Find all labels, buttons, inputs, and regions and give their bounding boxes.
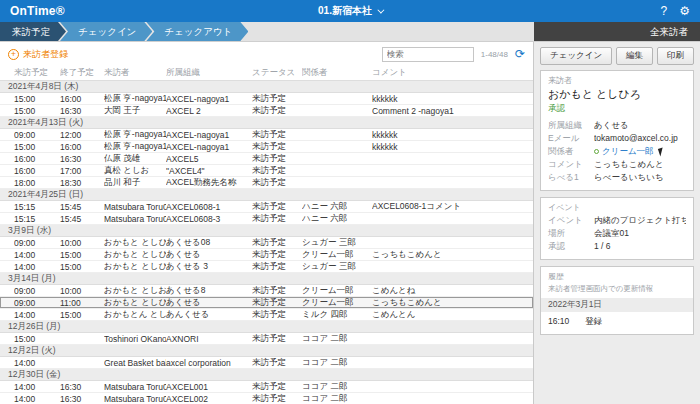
date-group-row[interactable]: 2021年4月25日 (日) (0, 189, 533, 201)
cell-org: あんくせる (166, 309, 252, 321)
related-person-link[interactable]: クリーム一郎 (594, 145, 664, 158)
table-row[interactable]: 09:0011:00おかもと としひろあくせる来訪予定クリーム一郎こっちもこめん… (0, 297, 533, 309)
result-count: 1-48/48 (481, 50, 508, 59)
cell-related: クリーム一郎 (302, 249, 372, 261)
date-group-row[interactable]: 3月9日 (水) (0, 225, 533, 237)
print-button[interactable]: 印刷 (657, 47, 694, 65)
plus-icon: + (8, 49, 19, 60)
table-row[interactable]: 14:0015:00おかもとん としんあんくせる来訪予定ミルク 四郎こめんとん (0, 309, 533, 321)
tab-visits[interactable]: 来訪予定 (0, 22, 66, 41)
cell-status: 来訪予定 (252, 309, 302, 321)
tab-checkin[interactable]: チェックイン (60, 22, 152, 41)
table-row[interactable]: 14:0016:30Matsubara Toru002AXCEL002来訪予定コ… (0, 393, 533, 404)
cell-org: あくせる8 (166, 285, 252, 297)
cell-visitor: おかもと としお (104, 285, 166, 297)
cell-end: 10:00 (60, 238, 104, 248)
date-group-row[interactable]: 3月14日 (月) (0, 273, 533, 285)
table-row[interactable]: 15:1515:45Matsubara Toru0608-3AXCEL0608-… (0, 213, 533, 225)
cell-related: ココア 二郎 (302, 357, 372, 369)
cell-status: 来訪予定 (252, 129, 302, 141)
cell-start: 14:00 (14, 394, 60, 404)
date-group-row[interactable]: 2021年4月8日 (木) (0, 81, 533, 93)
checkin-button[interactable]: チェックイン (540, 47, 612, 65)
cell-end: 10:00 (60, 286, 104, 296)
table-row[interactable]: 15:1515:45Matsubara Toru0608-1AXCEL0608-… (0, 201, 533, 213)
cell-org: あくせる (166, 249, 252, 261)
list-toolbar: + 来訪者登録 1-48/48 ⟳ (0, 42, 533, 66)
cell-comment: こっちもこめんと (372, 249, 533, 261)
cell-org: あくせる (166, 297, 252, 309)
table-row[interactable]: 14:00Great Basket ballaxcel corporation来… (0, 357, 533, 369)
chevron-down-icon (377, 7, 384, 14)
visitor-detail-box: 来訪者 おかもと としひろ 承認 所属組織あくせるEメールtokamoto@ax… (540, 70, 694, 191)
cell-related: ハニー 六郎 (302, 213, 372, 225)
cell-related: シュガー 三郎 (302, 237, 372, 249)
detail-panel: チェックイン 編集 印刷 来訪者 おかもと としひろ 承認 所属組織あくせるEメ… (534, 42, 700, 404)
edit-button[interactable]: 編集 (616, 47, 653, 65)
cell-related: シュガー 三郎 (302, 261, 372, 273)
cell-org: AXNORI (166, 334, 252, 344)
cell-org: あくせる 3 (166, 261, 252, 273)
detail-field-row: 所属組織あくせる (548, 119, 686, 132)
history-section-label: 履歴 (548, 271, 686, 282)
tab-checkout[interactable]: チェックアウト (146, 22, 248, 41)
date-group-row[interactable]: 12月26日 (月) (0, 321, 533, 333)
cell-visitor: Toshinori OKanori (104, 334, 166, 344)
cell-org: AXCEL-nagoya1 (166, 142, 252, 152)
field-label: 関係者 (548, 145, 594, 158)
table-row[interactable]: 15:0016:00松原 亨-nagoya1AXCEL-nagoya1来訪予定k… (0, 141, 533, 153)
cell-comment: AXCEL0608-1コメント (372, 201, 533, 213)
cell-end: 18:30 (60, 178, 104, 188)
cell-comment: kkkkkk (372, 94, 533, 104)
help-icon[interactable]: ? (661, 4, 668, 18)
cell-start: 09:00 (14, 286, 60, 296)
table-header-row: 来訪予定終了予定来訪者所属組織ステータス関係者コメント (0, 66, 533, 81)
tab-all-visitors[interactable]: 全来訪者 (534, 22, 700, 41)
body: + 来訪者登録 1-48/48 ⟳ 来訪予定終了予定来訪者所属組織ステータス関係… (0, 42, 700, 404)
table-row[interactable]: 18:0018:30品川 和子AXCEL勤務先名称来訪予定 (0, 177, 533, 189)
cell-status: 来訪予定 (252, 201, 302, 213)
refresh-icon[interactable]: ⟳ (515, 48, 525, 60)
table-row[interactable]: 14:0016:30Matsubara Toru001AXCEL001来訪予定コ… (0, 381, 533, 393)
cell-status: 来訪予定 (252, 249, 302, 261)
field-value: らべーるいちいち (594, 171, 663, 184)
gear-icon[interactable]: ⚙ (679, 4, 690, 18)
table-row[interactable]: 15:00Toshinori OKanoriAXNORI来訪予定ココア 二郎 (0, 333, 533, 345)
cell-end: 16:30 (60, 382, 104, 392)
panel-actions: チェックイン 編集 印刷 (534, 42, 700, 70)
cell-status: 来訪予定 (252, 165, 302, 177)
register-visitor-label: 来訪者登録 (23, 48, 68, 61)
cell-visitor: Great Basket ball (104, 358, 166, 368)
column-header: 来訪予定 (14, 67, 60, 79)
date-group-row[interactable]: 2021年4月13日 (火) (0, 117, 533, 129)
table-row[interactable]: 14:0015:00おかもと としひろあくせる来訪予定クリーム一郎こっちもこめん… (0, 249, 533, 261)
table-row[interactable]: 14:0015:00おかもと としひろあくせる 3来訪予定シュガー 三郎 (0, 261, 533, 273)
table-row[interactable]: 15:0016:00松原 亨-nagoya1AXCEL-nagoya1来訪予定k… (0, 93, 533, 105)
edit-print-group: 編集 印刷 (616, 47, 694, 65)
cell-visitor: 松原 亨-nagoya1 (104, 129, 166, 141)
cell-org: AXCEL 2 (166, 106, 252, 116)
table-row[interactable]: 16:0016:30仏原 茂雄AXCEL5来訪予定 (0, 153, 533, 165)
table-row[interactable]: 09:0012:00松原 亨-nagoya1AXCEL-nagoya1来訪予定k… (0, 129, 533, 141)
field-value: こっちもこめんと (594, 158, 664, 171)
cell-start: 16:00 (14, 166, 60, 176)
table-row[interactable]: 09:0010:00おかもと としひろあくせる08来訪予定シュガー 三郎 (0, 237, 533, 249)
table-row[interactable]: 09:0010:00おかもと としおあくせる8来訪予定クリーム一郎こめんとね (0, 285, 533, 297)
table-row[interactable]: 15:0016:30大岡 王子AXCEL 2来訪予定Comment 2 -nag… (0, 105, 533, 117)
date-group-row[interactable]: 12月2日 (火) (0, 345, 533, 357)
cell-start: 15:00 (14, 94, 60, 104)
field-value: 会議室01 (594, 227, 629, 240)
cell-org: あくせる08 (166, 237, 252, 249)
search-input[interactable] (382, 47, 474, 62)
column-header: 所属組織 (166, 67, 252, 79)
column-header: 関係者 (302, 67, 372, 79)
site-selector[interactable]: 01.新宿本社 (0, 4, 700, 18)
visitor-fields: 所属組織あくせるEメールtokamoto@axcel.co.jp関係者クリーム一… (548, 119, 686, 184)
date-group-row[interactable]: 12月30日 (金) (0, 369, 533, 381)
cell-visitor: 大岡 王子 (104, 105, 166, 117)
cell-status: 来訪予定 (252, 333, 302, 345)
table-row[interactable]: 16:0017:00真松 としお"AXCEL4"来訪予定 (0, 165, 533, 177)
register-visitor-button[interactable]: + 来訪者登録 (8, 48, 68, 61)
cell-comment: kkkkkk (372, 142, 533, 152)
cell-org: "AXCEL4" (166, 166, 252, 176)
